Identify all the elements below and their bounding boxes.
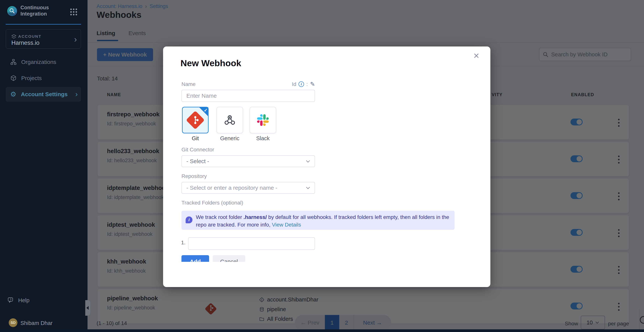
gear-icon: ⚙ [10,91,16,98]
close-icon[interactable]: × [471,50,482,61]
harness-ci-logo[interactable] [7,6,18,16]
sidebar-item-label: Projects [21,75,42,81]
git-connector-label: Git Connector [182,147,214,153]
new-webhook-modal: × New Webhook Name Id i : ✎ ✓ [163,47,490,287]
chevron-down-icon [306,187,310,189]
help-label: Help [18,297,30,303]
banner-info-icon: i [186,217,192,223]
repository-select[interactable]: - Select or enter a repository name - [182,182,315,194]
repository-value: - Select or enter a repository name - [186,185,277,191]
type-card-git[interactable]: ✓ [182,107,208,133]
type-label-slack: Slack [250,135,276,141]
git-connector-value: - Select - [186,158,209,164]
slack-icon [257,114,269,126]
type-label-generic: Generic [216,135,243,141]
id-separator: : [306,81,308,87]
help-chat-icon: ? [8,297,14,303]
sidebar-item-account-settings[interactable]: ⚙ Account Settings › [6,87,81,102]
organizations-icon [10,59,17,65]
sidebar: Continuous Integration ACCOUNT Harness.i… [0,0,88,332]
chevron-right-icon: › [76,90,78,98]
account-name: Harness.io [11,40,40,46]
sidebar-collapse-handle[interactable] [85,300,90,316]
layers-icon [11,34,17,40]
product-name: Continuous Integration [20,5,60,17]
collapse-arrow-icon [86,306,89,310]
sidebar-item-organizations[interactable]: Organizations [6,55,81,69]
selected-check-icon: ✓ [199,107,208,116]
user-name: Shibam Dhar [20,320,52,326]
sidebar-item-projects[interactable]: Projects [6,71,81,86]
bottom-bar [0,329,644,332]
account-label: ACCOUNT [18,34,42,39]
id-label: Id [292,81,296,87]
edit-id-icon[interactable]: ✎ [310,81,315,88]
type-label-git: Git [182,135,208,141]
repository-label: Repository [182,173,207,179]
folder-list-index: 1. [181,240,186,246]
sidebar-accent-divider [6,24,81,25]
view-details-link[interactable]: View Details [272,222,301,228]
projects-icon [10,75,17,81]
tracked-folder-input[interactable] [188,237,315,250]
cancel-button[interactable]: Cancel [213,255,245,262]
chevron-right-icon: › [74,35,77,44]
svg-text:?: ? [10,298,12,301]
add-button[interactable]: Add [182,255,209,262]
type-card-slack[interactable] [250,107,276,133]
chevron-down-icon [306,160,310,162]
info-icon[interactable]: i [298,81,304,87]
tracked-folders-label: Tracked Folders (optional) [182,200,243,206]
name-input[interactable] [182,90,315,102]
sidebar-item-label: Account Settings [21,91,68,97]
info-banner: i We track root folder .harness/ by defa… [182,211,454,230]
account-selector[interactable]: ACCOUNT Harness.io › [6,29,81,49]
type-card-generic[interactable] [216,107,243,133]
git-connector-select[interactable]: - Select - [182,155,315,167]
help-button[interactable]: ? Help [6,297,30,303]
modal-title: New Webhook [180,58,241,68]
webhook-icon [224,114,236,126]
app-grid-icon[interactable] [70,8,78,16]
sidebar-item-label: Organizations [21,59,56,65]
banner-text: We track root folder .harness/ by defaul… [196,213,450,229]
avatar[interactable]: SD [9,318,18,327]
name-field-label: Name [182,81,196,87]
app-root: Account: Harness.io › Settings Webhooks … [0,0,644,332]
